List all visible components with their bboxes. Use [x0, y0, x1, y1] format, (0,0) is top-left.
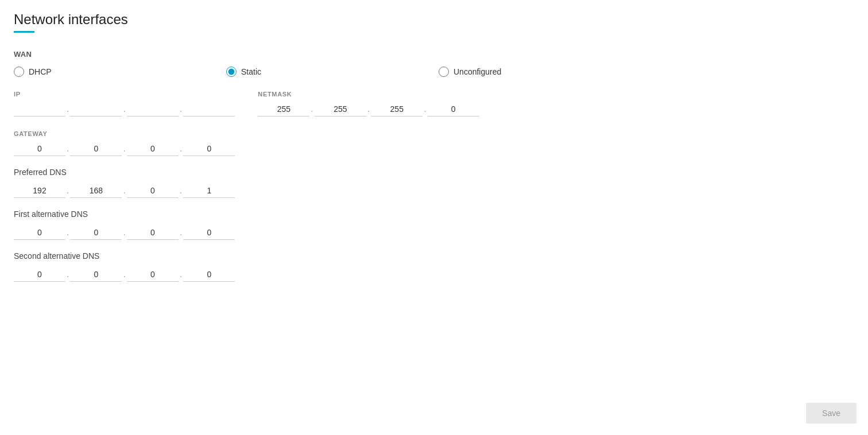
preferred-dns-segment-2: .: [70, 184, 126, 198]
ip-octet-1[interactable]: [14, 102, 65, 116]
first-alt-dns-octet-4[interactable]: [183, 226, 235, 240]
dhcp-radio[interactable]: [14, 67, 24, 77]
unconfigured-radio[interactable]: [439, 67, 449, 77]
preferred-dns-octet-2[interactable]: [70, 184, 122, 198]
dhcp-radio-option[interactable]: DHCP: [14, 67, 226, 77]
netmask-segment-1: .: [258, 102, 314, 116]
preferred-dns-segment-3: .: [127, 184, 183, 198]
ip-dot-3: .: [180, 104, 182, 116]
dhcp-label: DHCP: [29, 67, 52, 76]
second-alt-dns-segment-1: .: [14, 267, 70, 282]
first-alt-dns-inputs: . . .: [14, 226, 854, 240]
ip-segment-4: [183, 102, 235, 116]
netmask-segment-4: [428, 102, 479, 116]
ip-dot-2: .: [123, 104, 125, 116]
first-alt-dns-segment-3: .: [127, 226, 183, 240]
ip-octet-3[interactable]: [127, 102, 179, 116]
gateway-octet-3[interactable]: [127, 142, 179, 156]
static-label: Static: [241, 67, 261, 76]
page-title: Network interfaces: [14, 11, 854, 28]
second-alt-dns-segment-4: [183, 267, 235, 282]
second-alt-dns-section: Second alternative DNS . . .: [14, 251, 854, 282]
preferred-dns-inputs: . . .: [14, 184, 854, 198]
preferred-dns-label: Preferred DNS: [14, 168, 854, 177]
wan-section-label: WAN: [14, 50, 854, 59]
preferred-dns-dot-3: .: [180, 185, 182, 198]
second-alt-dns-inputs: . . .: [14, 267, 854, 282]
netmask-segment-2: .: [315, 102, 371, 116]
second-alt-dns-octet-1[interactable]: [14, 267, 65, 282]
second-alt-dns-octet-2[interactable]: [70, 267, 122, 282]
preferred-dns-dot-1: .: [67, 185, 69, 198]
second-alt-dns-segment-3: .: [127, 267, 183, 282]
preferred-dns-octet-4[interactable]: [183, 184, 235, 198]
gateway-dot-2: .: [123, 143, 125, 156]
netmask-dot-1: .: [311, 104, 313, 116]
gateway-octet-2[interactable]: [70, 142, 122, 156]
ip-segment-1: .: [14, 102, 70, 116]
ip-octet-4[interactable]: [183, 102, 235, 116]
gateway-octet-1[interactable]: [14, 142, 65, 156]
netmask-dot-3: .: [424, 104, 426, 116]
ip-label: IP: [14, 91, 235, 98]
second-alt-dns-segment-2: .: [70, 267, 126, 282]
gateway-segment-2: .: [70, 142, 126, 156]
first-alt-dns-segment-4: [183, 226, 235, 240]
ip-inputs: . . .: [14, 102, 235, 116]
second-alt-dns-dot-1: .: [67, 269, 69, 282]
save-button[interactable]: Save: [806, 403, 857, 424]
preferred-dns-section: Preferred DNS . . .: [14, 168, 854, 198]
title-underline: [14, 31, 34, 33]
first-alt-dns-octet-2[interactable]: [70, 226, 122, 240]
gateway-segment-3: .: [127, 142, 183, 156]
netmask-octet-2[interactable]: [315, 102, 366, 116]
second-alt-dns-octet-3[interactable]: [127, 267, 179, 282]
first-alt-dns-section: First alternative DNS . . .: [14, 209, 854, 240]
ip-netmask-row: IP . . . NETMASK: [14, 91, 854, 121]
second-alt-dns-label: Second alternative DNS: [14, 251, 854, 261]
second-alt-dns-dot-2: .: [123, 269, 125, 282]
netmask-label: NETMASK: [258, 91, 479, 98]
netmask-octet-3[interactable]: [371, 102, 423, 116]
first-alt-dns-octet-1[interactable]: [14, 226, 65, 240]
netmask-octet-1[interactable]: [258, 102, 309, 116]
first-alt-dns-segment-1: .: [14, 226, 70, 240]
preferred-dns-segment-1: .: [14, 184, 70, 198]
gateway-octet-4[interactable]: [183, 142, 235, 156]
first-alt-dns-dot-2: .: [123, 227, 125, 240]
static-radio-option[interactable]: Static: [226, 67, 439, 77]
unconfigured-label: Unconfigured: [454, 67, 501, 76]
first-alt-dns-label: First alternative DNS: [14, 209, 854, 219]
second-alt-dns-dot-3: .: [180, 269, 182, 282]
static-radio[interactable]: [226, 67, 237, 77]
wan-radio-group: DHCP Static Unconfigured: [14, 67, 854, 77]
preferred-dns-octet-1[interactable]: [14, 184, 65, 198]
gateway-inputs: . . .: [14, 142, 854, 156]
first-alt-dns-octet-3[interactable]: [127, 226, 179, 240]
netmask-field-group: NETMASK . . .: [258, 91, 479, 121]
preferred-dns-octet-3[interactable]: [127, 184, 179, 198]
unconfigured-radio-option[interactable]: Unconfigured: [439, 67, 651, 77]
netmask-dot-2: .: [367, 104, 370, 116]
gateway-label: GATEWAY: [14, 130, 854, 137]
first-alt-dns-dot-1: .: [67, 227, 69, 240]
first-alt-dns-dot-3: .: [180, 227, 182, 240]
gateway-segment-4: [183, 142, 235, 156]
gateway-section: GATEWAY . . .: [14, 130, 854, 156]
ip-segment-2: .: [70, 102, 126, 116]
ip-field-group: IP . . .: [14, 91, 235, 121]
gateway-dot-3: .: [180, 143, 182, 156]
netmask-inputs: . . .: [258, 102, 479, 116]
netmask-octet-4[interactable]: [428, 102, 479, 116]
preferred-dns-dot-2: .: [123, 185, 125, 198]
page-container: Network interfaces WAN DHCP Static Uncon…: [0, 0, 868, 305]
second-alt-dns-octet-4[interactable]: [183, 267, 235, 282]
preferred-dns-segment-4: [183, 184, 235, 198]
ip-segment-3: .: [127, 102, 183, 116]
gateway-segment-1: .: [14, 142, 70, 156]
first-alt-dns-segment-2: .: [70, 226, 126, 240]
ip-dot-1: .: [67, 104, 69, 116]
ip-octet-2[interactable]: [70, 102, 122, 116]
gateway-dot-1: .: [67, 143, 69, 156]
netmask-segment-3: .: [371, 102, 427, 116]
